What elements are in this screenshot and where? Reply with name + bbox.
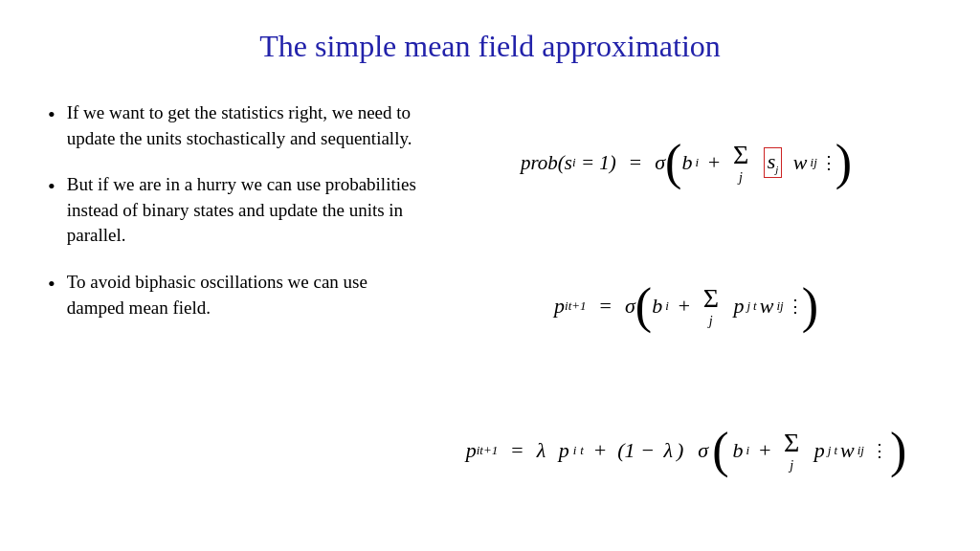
eq1-rparen: ) [835, 138, 852, 187]
eq2-sum: Σ j [703, 283, 719, 329]
eq1-rhs: σ ( bi + Σ j sj wij ⋮ [655, 138, 852, 187]
sum-sub-3: j [790, 458, 793, 474]
eq3-equals: = [511, 438, 523, 463]
sum-symbol-1: Σ [733, 140, 748, 170]
equations-area: prob(si = 1) = σ ( bi + Σ j sj [431, 91, 932, 522]
eq1-lparen: ( [665, 138, 681, 187]
bullet-text-2: But if we are in a hurry we can use prob… [67, 172, 421, 249]
eq3-sum: Σ j [784, 428, 799, 474]
eq3-rhs: λ pit + (1 − λ) σ ( bi + Σ j pjtwij [537, 426, 907, 475]
equation-1: prob(si = 1) = σ ( bi + Σ j sj [440, 138, 932, 187]
eq2-rhs: σ ( bi + Σ j pjtwij ⋮ ) [625, 281, 818, 331]
bullet-text-3: To avoid biphasic oscillations we can us… [67, 270, 421, 320]
eq1-equals: = [630, 150, 641, 175]
slide: The simple mean field approximation • If… [0, 0, 980, 551]
eq3-dots: ⋮ [871, 440, 886, 461]
bullet-text-1: If we want to get the statistics right, … [67, 100, 421, 151]
eq1-dots: ⋮ [820, 152, 835, 173]
eq3-lparen: ( [712, 426, 728, 475]
sj-boxed: sj [764, 147, 783, 177]
eq3-rparen: ) [890, 426, 906, 475]
eq2-rparen: ) [802, 281, 818, 331]
eq3-lhs: pit+1 [466, 438, 499, 463]
equation-3: pit+1 = λ pit + (1 − λ) σ ( bi + Σ j [440, 426, 932, 475]
content-area: • If we want to get the statistics right… [48, 91, 932, 522]
eq2-lparen: ( [635, 281, 652, 331]
bullet-item-3: • To avoid biphasic oscillations we can … [48, 270, 421, 320]
eq2-lhs: pit+1 [554, 294, 587, 319]
sum-sub-1: j [739, 170, 743, 186]
eq2-dots: ⋮ [787, 296, 802, 317]
bullet-dot-3: • [48, 272, 56, 297]
sum-symbol-3: Σ [784, 428, 799, 458]
sum-sub-2: j [709, 314, 713, 329]
bullet-item-2: • But if we are in a hurry we can use pr… [48, 172, 421, 249]
eq1-sum: Σ j [733, 140, 748, 186]
bullet-dot-1: • [48, 102, 56, 127]
bullet-dot-2: • [48, 174, 56, 199]
equation-2: pit+1 = σ ( bi + Σ j pjtwij [440, 281, 932, 331]
sum-symbol-2: Σ [703, 283, 719, 314]
eq1-lhs: prob(si = 1) [521, 151, 616, 175]
eq2-equals: = [600, 294, 612, 319]
slide-title: The simple mean field approximation [48, 29, 932, 64]
bullet-item-1: • If we want to get the statistics right… [48, 100, 421, 151]
bullet-points: • If we want to get the statistics right… [48, 91, 421, 522]
